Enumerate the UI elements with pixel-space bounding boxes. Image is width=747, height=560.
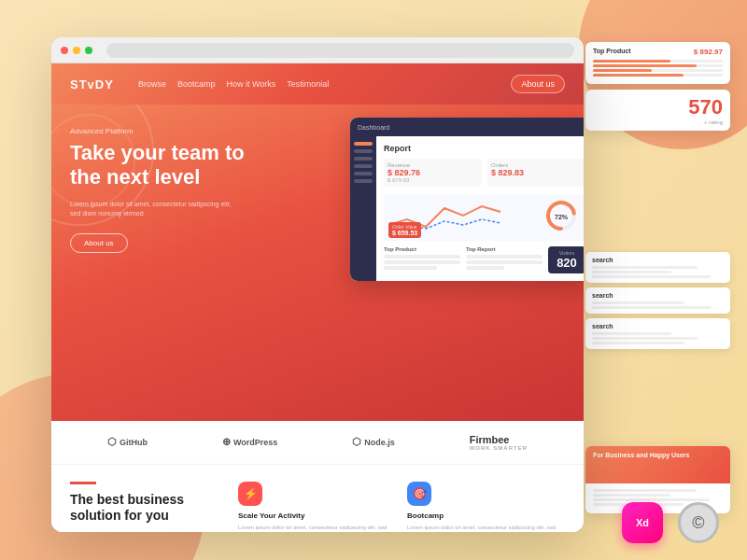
dash-sidebar-item-6 bbox=[354, 179, 373, 183]
dash-sidebar-item-1 bbox=[354, 142, 373, 146]
dash-sidebar-item-3 bbox=[354, 157, 373, 161]
firmbee-label: Firmbee bbox=[470, 434, 510, 445]
right-search-card-3: search bbox=[585, 318, 730, 349]
dash-sidebar-item-2 bbox=[354, 149, 373, 153]
logo-github: ⬡ GitHub bbox=[107, 436, 148, 448]
navbar: STvDY Browse Bootcamp How it Works Testi… bbox=[51, 63, 584, 105]
dot-yellow[interactable] bbox=[73, 47, 80, 54]
logo-wordpress: ⊕ WordPress bbox=[222, 436, 277, 448]
feature-card-desc-0: Lorem ipsum dolor sit amet, consectetur … bbox=[238, 524, 396, 532]
feature-icon-1: 🎯 bbox=[407, 482, 431, 506]
dash-table-top-report: Top Report bbox=[466, 246, 543, 273]
dash-donut: 72% bbox=[544, 199, 578, 232]
wordpress-label: WordPress bbox=[233, 438, 277, 447]
hero-subtitle: Advanced Platform bbox=[70, 127, 257, 135]
dash-table-top-product: Top Product bbox=[384, 246, 460, 273]
github-icon: ⬡ bbox=[107, 436, 117, 448]
dot-red[interactable] bbox=[61, 47, 68, 54]
right-card-stat: $ 892.97 bbox=[694, 48, 723, 56]
right-cards-panel: Top Product $ 892.97 570 + rating bbox=[585, 42, 730, 131]
nav-items: Browse Bootcamp How it Works Testimonial bbox=[138, 79, 497, 89]
right-card-visitors: 570 + rating bbox=[585, 90, 730, 131]
browser-url-bar[interactable] bbox=[106, 43, 574, 58]
right-search-cards: search search search bbox=[585, 252, 730, 349]
hero-section: Advanced Platform Take your team to the … bbox=[51, 105, 584, 421]
bottom-right-title: For Business and Happy Users bbox=[593, 452, 723, 458]
hero-description: Lorem ipsum dolor sit amet, consectetur … bbox=[70, 200, 238, 219]
browser-window: STvDY Browse Bootcamp How it Works Testi… bbox=[51, 37, 584, 532]
xd-badge: Xd bbox=[622, 502, 663, 543]
dash-main: Report Revenue $ 829.76 $ 679.83 Orders … bbox=[376, 136, 584, 281]
dashboard-overlay: Dashboard Report bbox=[350, 118, 584, 281]
hero-cta-button[interactable]: About us bbox=[70, 233, 128, 253]
right-search-card-2: search bbox=[585, 287, 730, 314]
feature-card-title-0: Scale Your Activity bbox=[238, 511, 396, 520]
dot-green[interactable] bbox=[85, 47, 92, 54]
dash-bottom-row: Top Product Top Report bbox=[384, 246, 584, 273]
svg-text:72%: 72% bbox=[555, 214, 569, 220]
dash-sidebar bbox=[350, 136, 376, 281]
dash-sidebar-item-5 bbox=[354, 172, 373, 175]
copyright-icon: © bbox=[692, 513, 704, 533]
right-card-header: Top Product $ 892.97 bbox=[593, 48, 723, 56]
nodejs-label: Node.js bbox=[364, 438, 395, 447]
dash-stat-orders: Orders $ 829.83 bbox=[487, 159, 584, 187]
logo-firmbee: Firmbee WORK SMARTER bbox=[470, 434, 528, 451]
nav-item-howitworks[interactable]: How it Works bbox=[226, 79, 275, 89]
wordpress-icon: ⊕ bbox=[222, 436, 231, 448]
logo-nodejs: ⬡ Node.js bbox=[352, 436, 395, 448]
dash-report-title: Report bbox=[384, 144, 584, 153]
dash-stat-revenue: Revenue $ 829.76 $ 679.83 bbox=[384, 159, 482, 187]
firmbee-sub: WORK SMARTER bbox=[470, 445, 528, 451]
nodejs-icon: ⬡ bbox=[352, 436, 361, 448]
feature-card-title-1: Bootcamp bbox=[407, 511, 565, 520]
nav-item-testimonial[interactable]: Testimonial bbox=[287, 79, 329, 89]
nav-item-browse[interactable]: Browse bbox=[138, 79, 166, 89]
dash-header: Dashboard bbox=[350, 118, 584, 136]
features-left: The best business solution for you Lorem… bbox=[70, 482, 219, 532]
nav-item-bootcamp[interactable]: Bootcamp bbox=[177, 79, 216, 89]
rating-label: + rating bbox=[593, 119, 723, 125]
right-search-card-1: search bbox=[585, 252, 730, 283]
dash-header-text: Dashboard bbox=[358, 124, 389, 131]
feature-card-0: ⚡ Scale Your Activity Lorem ipsum dolor … bbox=[238, 482, 396, 532]
features-section: The best business solution for you Lorem… bbox=[51, 465, 584, 532]
dash-sidebar-item-4 bbox=[354, 164, 373, 168]
github-label: GitHub bbox=[120, 438, 148, 447]
logo-bar: ⬡ GitHub ⊕ WordPress ⬡ Node.js Firmbee W… bbox=[51, 421, 584, 465]
big-number: 570 bbox=[593, 95, 723, 119]
feature-card-1: 🎯 Bootcamp Lorem ipsum dolor sit amet, c… bbox=[407, 482, 565, 532]
nav-cta-button[interactable]: About us bbox=[511, 75, 565, 93]
page-content: STvDY Browse Bootcamp How it Works Testi… bbox=[51, 63, 584, 532]
features-accent bbox=[70, 482, 96, 484]
copyright-badge: © bbox=[678, 502, 719, 543]
xd-label: Xd bbox=[636, 517, 649, 528]
features-cards: ⚡ Scale Your Activity Lorem ipsum dolor … bbox=[238, 482, 565, 532]
dash-stats: Revenue $ 829.76 $ 679.83 Orders $ 829.8… bbox=[384, 159, 584, 187]
dash-body: Report Revenue $ 829.76 $ 679.83 Orders … bbox=[350, 136, 584, 281]
right-card-top-product: Top Product $ 892.97 bbox=[585, 42, 730, 84]
nav-logo: STvDY bbox=[70, 77, 114, 91]
feature-card-desc-1: Lorem ipsum dolor sit amet, consectetur … bbox=[407, 524, 565, 532]
feature-icon-0: ⚡ bbox=[238, 482, 262, 506]
right-card-title: Top Product bbox=[593, 48, 631, 56]
hero-title: Take your team to the next level bbox=[70, 141, 257, 190]
features-inner: The best business solution for you Lorem… bbox=[70, 482, 565, 532]
browser-chrome bbox=[51, 37, 584, 63]
features-title: The best business solution for you bbox=[70, 492, 219, 525]
dash-visitors: Visitors 820 bbox=[548, 246, 584, 273]
dash-chart-area: 72% Order Value $ 659.53 bbox=[384, 194, 584, 241]
